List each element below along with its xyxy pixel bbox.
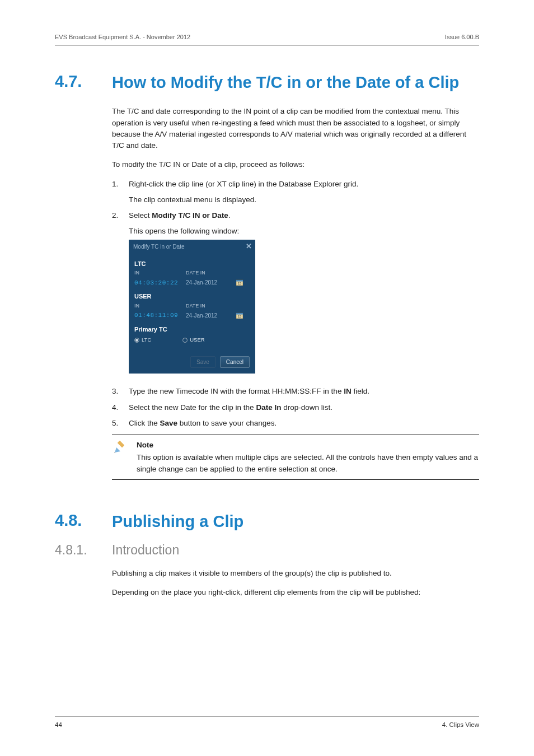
paragraph: To modify the T/C IN or Date of a clip, … [112,159,479,170]
radio-icon [182,338,188,343]
svg-text:15: 15 [238,315,242,318]
step-subtext: This opens the following window: [129,226,479,237]
step-bold-text: Modify T/C IN or Date [152,211,228,220]
subsection-number: 4.8.1. [55,543,95,558]
paragraph: Depending on the place you right-click, … [112,587,479,598]
primary-tc-ltc-radio[interactable]: LTC [134,336,151,344]
paragraph: The T/C and date corresponding to the IN… [112,106,479,151]
save-button[interactable]: Save [190,356,216,368]
note-box: Note This option is available when multi… [112,435,479,480]
modify-tc-dialog: Modify TC in or Date ✕ LTC IN DATE IN [129,240,255,374]
step-subtext: The clip contextual menu is displayed. [129,194,479,206]
calendar-icon[interactable]: 15 [236,312,243,319]
page-number: 44 [55,721,62,728]
step-text: Right-click the clip line (or XT clip li… [129,180,358,188]
step-text-part: Select [129,211,152,220]
calendar-icon[interactable]: 15 [236,279,243,286]
list-number: 3. [112,386,121,397]
date-in-label: DATE IN [186,302,232,310]
radio-label: LTC [142,336,151,344]
list-number: 1. [112,179,121,206]
primary-tc-label: Primary TC [134,325,250,334]
step-bold-text: Date In [256,403,281,412]
header-rule [55,45,479,45]
section-title: How to Modify the T/C in or the Date of … [112,72,459,92]
note-body: This option is available when multiple c… [137,452,479,475]
primary-tc-user-radio[interactable]: USER [182,336,204,344]
ltc-timecode-field[interactable]: 04:03:20:22 [134,278,186,288]
list-number: 2. [112,210,121,381]
subsection-title: Introduction [112,543,179,558]
dialog-title: Modify TC in or Date [133,242,185,251]
step-bold-text: IN [344,387,352,395]
header-right-text: Issue 6.00.B [445,34,479,40]
section-number: 4.7. [55,72,95,91]
in-label: IN [134,302,186,310]
footer-rule [55,716,479,717]
header-left-text: EVS Broadcast Equipment S.A. - November … [55,34,190,40]
svg-marker-6 [115,447,120,452]
svg-text:15: 15 [238,282,242,285]
step-text-part: button to save your changes. [177,419,277,427]
footer-section-label: 4. Clips View [442,721,479,728]
section-4-8-1-heading: 4.8.1. Introduction [55,543,479,558]
step-text-part: drop-down list. [281,403,332,412]
close-icon[interactable]: ✕ [246,244,252,249]
step-text-part: Select the new Date for the clip in the [129,403,256,412]
radio-icon [134,338,139,343]
list-number: 5. [112,418,121,429]
cancel-button[interactable]: Cancel [220,356,250,368]
user-timecode-field[interactable]: 01:48:11:09 [134,311,186,320]
section-4-7-heading: 4.7. How to Modify the T/C in or the Dat… [55,72,479,92]
section-title: Publishing a Clip [112,511,243,531]
ltc-section-label: LTC [134,259,250,269]
step-text-part: Click the [129,419,160,427]
user-section-label: USER [134,292,250,301]
radio-label: USER [190,336,204,344]
pencil-icon [112,440,129,475]
section-number: 4.8. [55,511,95,530]
list-number: 4. [112,402,121,413]
user-date-field[interactable]: 24-Jan-2012 [186,311,232,320]
step-text-part: Type the new Timecode IN with the format… [129,387,344,395]
section-4-8-heading: 4.8. Publishing a Clip [55,511,479,531]
note-title: Note [137,440,479,451]
paragraph: Publishing a clip makes it visible to me… [112,568,479,579]
step-bold-text: Save [160,419,178,427]
svg-marker-8 [114,452,115,453]
date-in-label: DATE IN [186,269,232,277]
in-label: IN [134,269,186,277]
step-text-part: . [228,211,231,220]
svg-rect-7 [118,441,125,447]
step-text-part: field. [352,387,369,395]
ltc-date-field[interactable]: 24-Jan-2012 [186,278,232,287]
